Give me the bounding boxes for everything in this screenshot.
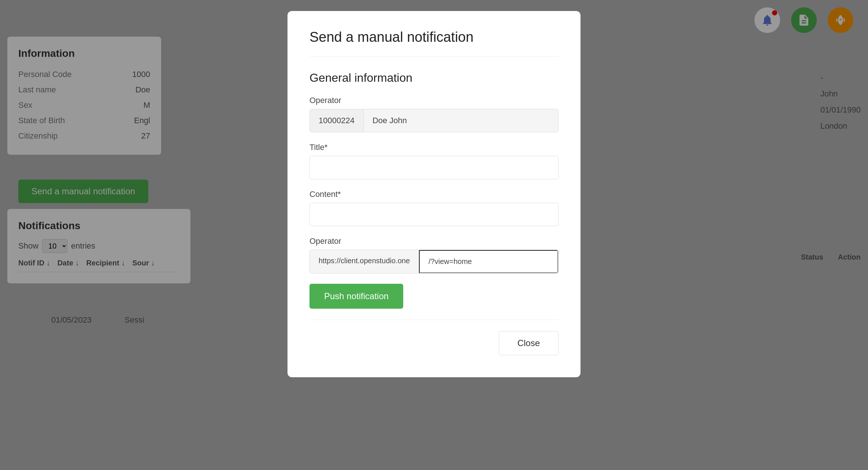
operator-url-field-group: Operator https://client.openstudio.one <box>309 236 559 273</box>
url-path-input[interactable] <box>419 250 558 273</box>
modal-title: Send a manual notification <box>309 29 559 56</box>
url-row: https://client.openstudio.one <box>309 250 559 273</box>
modal-send-notification: Send a manual notification General infor… <box>288 11 580 377</box>
push-notification-button[interactable]: Push notification <box>309 284 403 309</box>
close-button[interactable]: Close <box>499 331 559 355</box>
title-label: Title* <box>309 143 559 152</box>
operator-row: 10000224 Doe John <box>309 109 559 132</box>
title-field-group: Title* <box>309 143 559 179</box>
content-field-group: Content* <box>309 190 559 226</box>
operator-field-group: Operator 10000224 Doe John <box>309 96 559 132</box>
url-base: https://client.openstudio.one <box>310 250 419 273</box>
content-input[interactable] <box>309 203 559 226</box>
modal-section-title: General information <box>309 71 559 85</box>
modal-footer: Close <box>309 320 559 355</box>
operator-name: Doe John <box>364 109 558 132</box>
operator-url-label: Operator <box>309 236 559 246</box>
content-label: Content* <box>309 190 559 199</box>
title-input[interactable] <box>309 156 559 179</box>
operator-id: 10000224 <box>310 109 364 132</box>
operator-label: Operator <box>309 96 559 105</box>
